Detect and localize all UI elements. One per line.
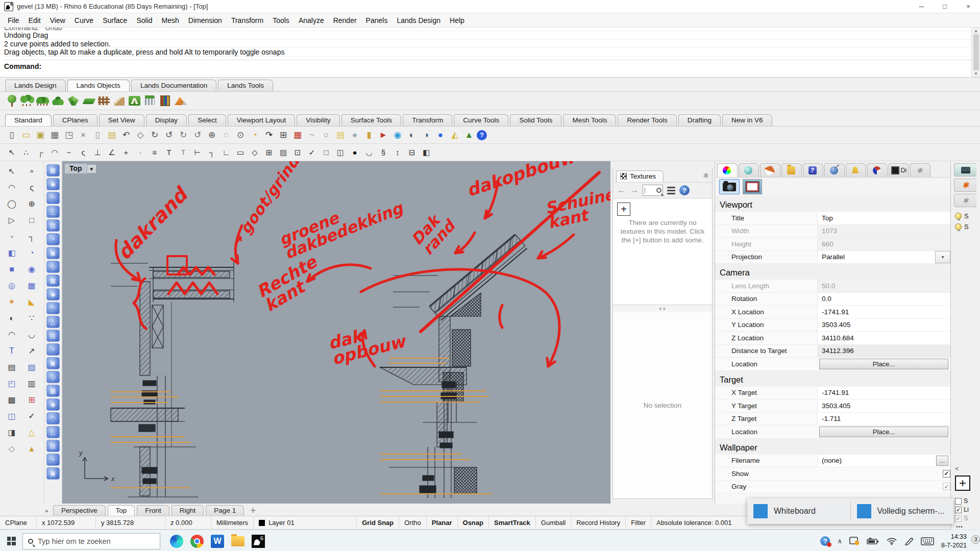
menu-item[interactable]: Analyze — [294, 14, 329, 27]
toolbar-icon[interactable]: ▨ — [277, 146, 290, 159]
texture-search-input[interactable] — [643, 185, 663, 196]
sidebar-tool-icon[interactable]: T — [4, 344, 19, 358]
lands-toolbar-icon[interactable] — [143, 94, 157, 108]
checkbox[interactable]: ✓ — [955, 507, 962, 513]
toolbar-icon[interactable]: ▲ — [462, 129, 476, 142]
toolbar-icon[interactable]: ~ — [305, 129, 318, 142]
toolbar-icon[interactable]: ⊕ — [205, 129, 218, 142]
toolbar-icon[interactable]: ► — [377, 129, 390, 142]
toolbar-icon[interactable]: ⊞ — [277, 129, 290, 142]
toolbar-icon[interactable]: ▦ — [291, 129, 304, 142]
scroll-down-icon[interactable]: ▼ — [974, 71, 978, 76]
toolbar-icon[interactable]: ▭ — [19, 129, 33, 142]
sidebar-tool-icon[interactable]: ✓ — [24, 409, 39, 423]
property-value[interactable]: 0.0 — [817, 293, 950, 306]
toolbar-icon[interactable]: ✓ — [305, 146, 318, 159]
lands-tab[interactable]: Lands Documentation — [131, 80, 216, 91]
place-button[interactable]: Place... — [819, 359, 948, 369]
surface-tool-icon[interactable]: ▦ — [46, 274, 60, 287]
toolbar-tab[interactable]: Select — [188, 114, 226, 126]
toolbar-icon[interactable]: ▤ — [334, 129, 347, 142]
lands-toolbar-icon[interactable] — [112, 94, 126, 108]
toolbar-icon[interactable]: ┐ — [205, 146, 218, 159]
property-value[interactable]: Top — [817, 212, 950, 224]
surface-tool-icon[interactable]: ▣ — [46, 357, 60, 369]
pen-icon[interactable] — [904, 537, 914, 545]
minimize-button[interactable]: ─ — [910, 0, 933, 13]
surface-tool-icon[interactable]: ◠ — [46, 412, 60, 424]
property-value[interactable]: (none) — [817, 455, 936, 467]
toolbar-icon[interactable]: ◉ — [391, 129, 404, 142]
sidebar-tool-icon[interactable]: □ — [24, 213, 39, 227]
viewport-mode-button[interactable] — [743, 179, 762, 194]
surface-tool-icon[interactable]: △ — [46, 206, 60, 218]
toolbar-icon[interactable]: ▯ — [5, 129, 18, 142]
menu-item[interactable]: View — [45, 14, 70, 27]
add-viewport-tab-icon[interactable]: ✛ — [246, 507, 260, 516]
toolbar-icon[interactable]: ● — [348, 146, 361, 159]
property-value[interactable]: 1073 — [817, 225, 950, 238]
close-button[interactable]: × — [957, 0, 980, 13]
lights-panel-tab[interactable] — [954, 194, 976, 207]
sidebar-tool-icon[interactable]: ς — [24, 181, 39, 194]
property-value[interactable]: -1741.91 — [817, 306, 950, 318]
toolbar-icon[interactable]: ▦ — [48, 129, 61, 142]
lands-tab[interactable]: Lands Objects — [67, 80, 130, 91]
sidebar-tool-icon[interactable]: ▥ — [24, 377, 39, 390]
menu-item[interactable]: Mesh — [157, 14, 184, 27]
toolbar-icon[interactable]: T — [162, 146, 176, 159]
status-segment[interactable]: Filter — [626, 516, 651, 529]
toolbar-icon[interactable]: ~ — [62, 146, 76, 159]
surface-tool-icon[interactable]: ◔ — [46, 233, 60, 245]
taskbar-chrome-icon[interactable] — [187, 530, 207, 551]
maximize-button[interactable]: □ — [933, 0, 957, 13]
start-button[interactable] — [0, 530, 22, 551]
status-segment[interactable]: Ortho — [399, 516, 427, 529]
lands-toolbar-icon[interactable] — [51, 94, 65, 108]
taskbar-explorer-icon[interactable] — [228, 530, 248, 551]
toolbar-tab[interactable]: Set View — [99, 114, 144, 126]
toolbar-icon[interactable]: ◠ — [48, 146, 61, 159]
lands-toolbar-icon[interactable] — [82, 94, 95, 108]
toolbar-icon[interactable]: ∠ — [105, 146, 118, 159]
property-value[interactable]: -1741.91 — [817, 387, 950, 399]
menu-icon[interactable] — [667, 187, 675, 194]
toolbar-icon[interactable]: ◇ — [248, 146, 261, 159]
status-segment[interactable]: y 3815.728 — [96, 516, 165, 529]
toolbar-icon[interactable]: □ — [320, 146, 333, 159]
surface-tool-icon[interactable]: ◔ — [46, 454, 60, 466]
toolbar-icon[interactable]: ◧ — [420, 146, 433, 159]
panel-tab[interactable] — [717, 163, 738, 177]
menu-item[interactable]: Transform — [227, 14, 268, 27]
surface-tool-icon[interactable]: ▣ — [46, 467, 60, 480]
gear-icon[interactable]: ✱ — [703, 171, 709, 180]
viewport-tab[interactable]: Right — [172, 505, 204, 516]
light-list-item[interactable]: S — [955, 223, 969, 231]
surface-tool-icon[interactable]: ▦ — [46, 385, 60, 397]
toolbar-tab[interactable]: CPlanes — [53, 114, 97, 126]
battery-icon[interactable] — [867, 538, 879, 545]
toolbar-icon[interactable]: ◇ — [134, 129, 147, 142]
sidebar-tool-icon[interactable]: ◯ — [4, 197, 19, 211]
toolbar-icon[interactable]: ↕ — [391, 146, 404, 159]
sidebar-tool-icon[interactable]: ◇ — [4, 442, 19, 456]
menu-item[interactable]: Surface — [98, 14, 132, 27]
sidebar-tool-icon[interactable]: ◡ — [24, 328, 39, 341]
toolbar-icon[interactable]: ◳ — [62, 129, 76, 142]
toolbar-tab[interactable]: Transform — [403, 114, 452, 126]
scroll-up-icon[interactable]: ▲ — [974, 29, 978, 33]
toolbar-icon[interactable]: ▮ — [362, 129, 376, 142]
status-segment[interactable]: Layer 01 — [254, 516, 357, 529]
panel-tab[interactable] — [867, 163, 888, 177]
toolbar-icon[interactable]: ↶ — [119, 129, 133, 142]
touch-keyboard-icon[interactable] — [921, 537, 934, 545]
toolbar-icon[interactable]: ⊙ — [234, 129, 247, 142]
lands-toolbar-icon[interactable] — [158, 94, 172, 108]
property-value[interactable]: 3503.405 — [817, 399, 950, 412]
light-list-item[interactable]: S — [955, 212, 969, 220]
sidebar-tool-icon[interactable]: ◠ — [4, 328, 19, 341]
toolbar-icon[interactable]: ∟ — [219, 146, 233, 159]
lands-toolbar-icon[interactable] — [128, 94, 141, 108]
panel-tab[interactable] — [781, 163, 802, 177]
sidebar-tool-icon[interactable]: ◐ — [4, 311, 19, 325]
